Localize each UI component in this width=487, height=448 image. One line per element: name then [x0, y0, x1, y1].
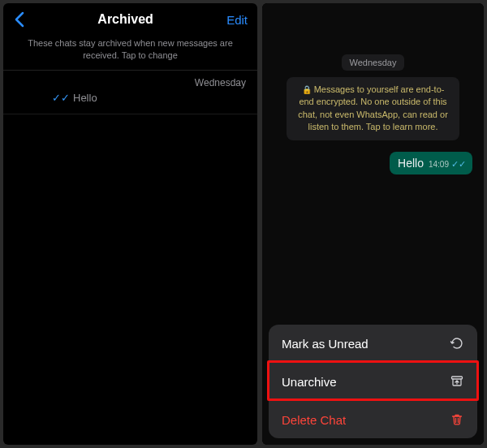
lock-icon: 🔒 [302, 85, 312, 94]
header-bar: Archived Edit [3, 3, 257, 34]
chat-preview-text: Hello [73, 92, 97, 104]
chat-screen: You Wednesday 🔒 Messages to yourself are… [262, 3, 484, 445]
message-meta: 14:09 ✓✓ [429, 159, 466, 170]
trash-icon [450, 412, 464, 427]
edit-button[interactable]: Edit [226, 13, 248, 27]
menu-mark-unread[interactable]: Mark as Unread [269, 325, 477, 363]
unread-icon [450, 336, 464, 351]
sent-message-bubble[interactable]: Hello 14:09 ✓✓ [390, 152, 472, 174]
chat-preview: ✓✓ Hello [52, 92, 246, 104]
context-menu: Mark as Unread Unarchive Delete Chat [269, 325, 477, 438]
encryption-notice[interactable]: 🔒 Messages to yourself are end-to-end en… [287, 77, 459, 140]
back-icon[interactable] [13, 11, 24, 28]
menu-label: Mark as Unread [282, 337, 368, 351]
encryption-text: Messages to yourself are end-to-end encr… [298, 84, 448, 131]
archive-subtitle[interactable]: These chats stay archived when new messa… [3, 34, 257, 70]
read-ticks-icon: ✓✓ [451, 159, 466, 170]
menu-label: Unarchive [282, 375, 337, 389]
chat-list-item[interactable]: Wednesday ✓✓ Hello [3, 71, 257, 114]
archived-screen: Archived Edit These chats stay archived … [3, 3, 257, 445]
chat-area: Wednesday 🔒 Messages to yourself are end… [262, 43, 484, 181]
menu-label: Delete Chat [282, 413, 346, 427]
message-row: Hello 14:09 ✓✓ [272, 152, 472, 174]
page-title: Archived [24, 12, 226, 27]
message-time: 14:09 [429, 160, 449, 169]
date-chip: Wednesday [342, 54, 405, 71]
menu-delete-chat[interactable]: Delete Chat [269, 401, 477, 438]
unarchive-icon [450, 374, 464, 389]
menu-unarchive[interactable]: Unarchive [269, 363, 477, 401]
read-ticks-icon: ✓✓ [52, 92, 70, 104]
chat-date: Wednesday [195, 77, 246, 88]
message-text: Hello [398, 157, 424, 170]
